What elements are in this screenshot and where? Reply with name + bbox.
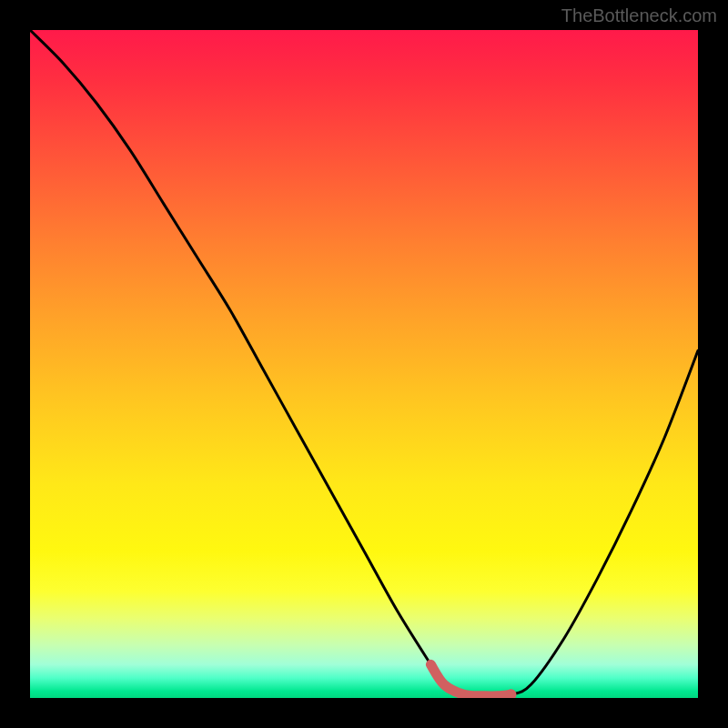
- bottleneck-curve-line: [30, 30, 698, 696]
- watermark-text: TheBottleneck.com: [561, 5, 717, 26]
- optimal-region-highlight: [430, 664, 511, 696]
- chart-svg: [30, 30, 698, 698]
- chart-plot-area: [30, 30, 698, 698]
